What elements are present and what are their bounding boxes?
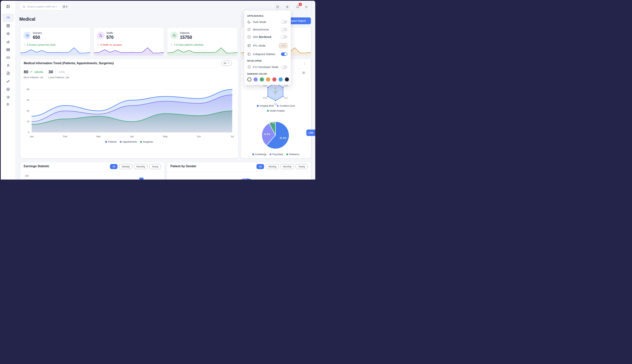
stat-value: 15750 bbox=[180, 35, 192, 40]
legend-dot bbox=[277, 105, 279, 107]
sidebar-item-widgets[interactable] bbox=[6, 32, 10, 36]
pie-legend: CardiologyPsychiatryPediatrics bbox=[241, 153, 311, 156]
sidebar-item-tables[interactable] bbox=[6, 48, 10, 52]
svg-text:61.5%: 61.5% bbox=[280, 137, 286, 140]
notifications-button[interactable]: 2 bbox=[294, 4, 301, 10]
moon-icon bbox=[247, 20, 251, 24]
toggle-monochrome[interactable] bbox=[281, 28, 287, 31]
trend-stat-change: 0.0% bbox=[59, 71, 65, 74]
sidebar-item-apps[interactable] bbox=[6, 24, 10, 28]
toggle-dark-mode[interactable] bbox=[281, 20, 287, 24]
earnings-tab-weekly[interactable]: Weekly bbox=[119, 164, 132, 169]
stat-sparkline bbox=[20, 46, 90, 55]
svg-text:Jun: Jun bbox=[197, 135, 201, 138]
svg-text:May: May bbox=[263, 96, 267, 99]
svg-text:Apr: Apr bbox=[130, 135, 134, 138]
setting-row-rtl-mode: RTL ModeLTR bbox=[244, 42, 291, 49]
trend-stat-value: 30 bbox=[49, 70, 53, 74]
sidebar-color-swatch-5[interactable] bbox=[279, 78, 283, 82]
search-input[interactable]: Search patient (MR No / ⌘ K bbox=[19, 3, 71, 10]
sidebar-color-swatch-1[interactable] bbox=[254, 78, 258, 82]
stat-value: 570 bbox=[106, 35, 114, 40]
earnings-tab-all[interactable]: All bbox=[110, 164, 118, 169]
earnings-bar bbox=[139, 178, 144, 182]
scrollbar-track[interactable] bbox=[311, 1, 312, 180]
minus-icon bbox=[54, 70, 58, 74]
svg-text:0: 0 bbox=[275, 91, 276, 93]
sidebar-item-layers[interactable] bbox=[6, 87, 10, 91]
setting-row-f12-developer-mode: F12 Developer Mode bbox=[244, 64, 291, 70]
trend-area-chart: 020406080JanFebMarAprMayJunJul bbox=[20, 81, 238, 140]
kebab-menu-icon[interactable] bbox=[302, 62, 306, 66]
legend-dot bbox=[252, 154, 254, 155]
settings-button[interactable] bbox=[284, 4, 290, 10]
earnings-ytick-label: 200 bbox=[25, 174, 29, 177]
gender-tab-yearly[interactable]: Yearly bbox=[296, 164, 307, 169]
sidebar-item-history[interactable] bbox=[6, 95, 10, 99]
search-placeholder: Search patient (MR No / bbox=[27, 5, 61, 8]
setting-label: RTL Mode bbox=[253, 44, 279, 47]
sidebar-color-swatch-6[interactable] bbox=[285, 78, 289, 82]
svg-text:80: 80 bbox=[27, 88, 29, 91]
fullscreen-button[interactable] bbox=[274, 4, 281, 10]
search-icon bbox=[22, 5, 26, 8]
sidebar-color-swatch-2[interactable] bbox=[260, 78, 264, 82]
legend-item-patients: Patients bbox=[105, 140, 117, 143]
earnings-tab-monthly[interactable]: Monthly bbox=[134, 164, 148, 169]
legend-dot bbox=[257, 105, 259, 107]
trend-filter-dropdown[interactable]: All bbox=[221, 60, 232, 66]
user-gear-icon bbox=[97, 32, 104, 39]
trend-legend: PatientsAppointmentsSurgeries bbox=[20, 140, 238, 143]
gender-tab-monthly[interactable]: Monthly bbox=[280, 164, 294, 169]
earnings-tab-yearly[interactable]: Yearly bbox=[149, 164, 161, 169]
toggle-skin-bordered[interactable] bbox=[281, 35, 287, 39]
toggle-f12-developer-mode[interactable] bbox=[281, 65, 287, 69]
setting-label: Skin Bordered bbox=[253, 36, 281, 38]
gender-tab-weekly[interactable]: Weekly bbox=[266, 164, 279, 169]
toggle-collapsed-sidebar[interactable] bbox=[281, 52, 287, 56]
sidebar-item-charts[interactable] bbox=[6, 40, 10, 44]
legend-item-hospital-birth: Hospital Birth bbox=[257, 104, 274, 107]
fullscreen-icon bbox=[276, 5, 279, 9]
sidebar-item-users[interactable] bbox=[6, 64, 10, 68]
sidebar-item-documents[interactable] bbox=[6, 71, 10, 76]
avatar-button[interactable]: D bbox=[303, 4, 310, 10]
trend-up-icon bbox=[30, 70, 33, 74]
sidebar-color-swatch-0[interactable] bbox=[247, 78, 251, 82]
trend-stat-value: 80 bbox=[24, 70, 28, 74]
legend-item-appointments: Appointments bbox=[120, 140, 137, 143]
setting-label: F12 Developer Mode bbox=[253, 66, 281, 68]
setting-label: Monochrome bbox=[253, 28, 281, 31]
sidebar-item-menu-levels[interactable] bbox=[6, 102, 10, 106]
sidebar-color-section-title: SIDEBAR COLOR bbox=[247, 73, 267, 75]
stat-delta: 170 New patients admitted bbox=[170, 43, 203, 46]
search-shortcut-badge: ⌘ K bbox=[61, 4, 69, 9]
sidebar-item-dashboard[interactable] bbox=[6, 16, 10, 20]
department-pie-chart: 61.5%30.8%7.7% bbox=[241, 115, 311, 150]
gear-icon bbox=[285, 5, 289, 9]
legend-item-surgeries: Surgeries bbox=[140, 140, 153, 143]
gender-tab-all[interactable]: All bbox=[256, 164, 264, 169]
sidebar-item-forms[interactable] bbox=[6, 56, 10, 60]
ltr-direction-chip[interactable]: LTR bbox=[279, 43, 287, 48]
sidebar-icon bbox=[247, 52, 251, 56]
page-title: Medical bbox=[19, 17, 35, 22]
legend-dot bbox=[105, 141, 107, 143]
trend-stat-label: Least Patients: Jan bbox=[49, 76, 70, 79]
stat-card-doctors: Doctors6504 Doctors joined this week bbox=[20, 27, 90, 56]
sidebar-collapse-button[interactable] bbox=[6, 4, 10, 8]
svg-text:0: 0 bbox=[28, 131, 29, 134]
earnings-card: Earnings Statistic AllWeeklyMonthlyYearl… bbox=[20, 162, 165, 182]
sidebar-item-access[interactable] bbox=[6, 79, 10, 83]
trend-stat: 300.0%Least Patients: Jan bbox=[49, 70, 70, 79]
svg-text:Mar: Mar bbox=[284, 96, 288, 99]
legend-item-accident-case: Accident Case bbox=[277, 104, 295, 107]
ltr-indicator[interactable]: LTR bbox=[306, 130, 315, 136]
sidebar-color-swatch-3[interactable] bbox=[266, 78, 270, 82]
square-icon bbox=[247, 35, 251, 39]
sidebar-color-swatch-4[interactable] bbox=[272, 78, 276, 82]
stat-label: Patients bbox=[180, 32, 190, 34]
stat-label: Doctors bbox=[33, 32, 42, 34]
legend-dot bbox=[140, 141, 142, 143]
setting-row-dark-mode: Dark Mode bbox=[244, 18, 291, 26]
